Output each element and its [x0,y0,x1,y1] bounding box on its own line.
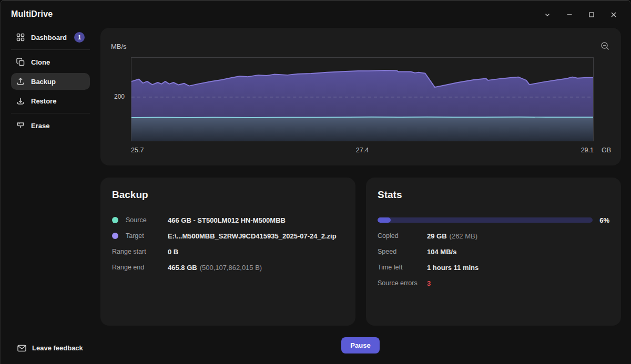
x-axis-ticks: 25.7 27.4 29.1 [131,147,594,154]
copied-mb: (262 MB) [450,232,477,240]
title-bar: MultiDrive [1,1,631,28]
main-content: MB/s 200 25.7 27.4 29.1 GB Backup Source [100,28,621,165]
range-end-row: Range end 465.8 GB(500,107,862,015 B) [112,259,344,275]
y-axis-tick-200: 200 [100,93,125,100]
source-errors-value: 3 [427,279,609,287]
target-dot [112,233,118,239]
app-window: MultiDrive Dashboard 1 [0,0,631,364]
x-axis-unit-label: GB [602,147,611,154]
source-value: 466 GB - ST500LM012 HN-M500MBB [168,216,344,224]
sidebar-item-dashboard[interactable]: Dashboard 1 [11,29,90,46]
progress-row: 6% [378,212,609,228]
dashboard-badge: 1 [74,32,85,43]
stats-card-title: Stats [378,189,609,201]
progress-bar [378,217,593,223]
window-controls [536,7,625,23]
close-button[interactable] [603,7,625,23]
speed-row: Speed 104 MB/s [378,244,609,259]
y-axis-unit-label: MB/s [111,43,127,50]
range-end-label: Range end [112,264,168,271]
chart-plot-area [131,57,594,141]
target-row: Target E:\...M500MBB_S2RWJ9CD415935_2025… [112,228,344,244]
envelope-icon [17,345,26,352]
copied-value: 29 GB [427,232,447,240]
app-title: MultiDrive [11,9,53,19]
time-left-value: 1 hours 11 mins [427,264,609,272]
range-end-bytes: (500,107,862,015 B) [200,264,262,272]
speed-value: 104 MB/s [427,248,609,256]
chevron-down-icon[interactable] [536,7,558,23]
sidebar-item-clone[interactable]: Clone [11,54,90,70]
source-errors-row: Source errors 3 [378,275,609,291]
sidebar-item-label: Clone [31,58,50,66]
sidebar-item-label: Restore [31,97,56,105]
grid-icon [16,33,25,41]
speed-label: Speed [378,248,427,255]
range-start-value: 0 B [168,248,344,256]
minimize-button[interactable] [558,7,581,23]
x-tick-mid: 27.4 [356,147,369,154]
x-tick-start: 25.7 [131,147,144,154]
eraser-icon [16,121,25,130]
backup-card-title: Backup [112,189,344,201]
sidebar-item-restore[interactable]: Restore [11,92,90,109]
backup-card: Backup Source 466 GB - ST500LM012 HN-M50… [100,178,355,326]
time-left-label: Time left [378,264,427,271]
sidebar-divider [11,113,90,113]
sidebar-item-label: Backup [31,78,56,86]
range-start-label: Range start [112,248,168,255]
copied-row: Copied 29 GB(262 MB) [378,228,609,244]
leave-feedback-label: Leave feedback [32,344,83,352]
range-start-row: Range start 0 B [112,244,344,259]
sidebar-item-label: Dashboard [31,34,67,41]
copied-label: Copied [378,232,427,240]
source-row: Source 466 GB - ST500LM012 HN-M500MBB [112,212,344,228]
stats-card: Stats 6% Copied 29 GB(262 MB) Speed 104 … [366,178,621,326]
download-icon [16,97,25,105]
speed-chart-svg [131,58,593,141]
sidebar-item-erase[interactable]: Erase [11,117,90,134]
time-left-row: Time left 1 hours 11 mins [378,259,609,275]
sidebar-item-label: Erase [31,122,49,130]
upload-icon [16,77,25,86]
range-end-value: 465.8 GB [168,264,197,272]
x-tick-end: 29.1 [581,147,594,154]
copy-icon [16,58,25,66]
sidebar-item-backup[interactable]: Backup [11,73,90,90]
speed-chart-panel: MB/s 200 25.7 27.4 29.1 GB [100,28,621,165]
progress-percent: 6% [593,216,609,224]
sidebar: Dashboard 1 Clone Backup Restore [1,28,100,364]
sidebar-divider [11,49,90,50]
pause-button[interactable]: Pause [341,337,380,353]
target-value: E:\...M500MBB_S2RWJ9CD415935_2025-07-24_… [168,232,344,240]
source-dot [112,217,118,223]
progress-fill [378,217,391,223]
leave-feedback-link[interactable]: Leave feedback [17,344,83,352]
source-label: Source [126,216,147,224]
maximize-button[interactable] [581,7,603,23]
source-errors-label: Source errors [378,279,427,287]
cards-row: Backup Source 466 GB - ST500LM012 HN-M50… [100,178,621,326]
target-label: Target [126,232,144,240]
zoom-out-icon[interactable] [598,39,613,54]
